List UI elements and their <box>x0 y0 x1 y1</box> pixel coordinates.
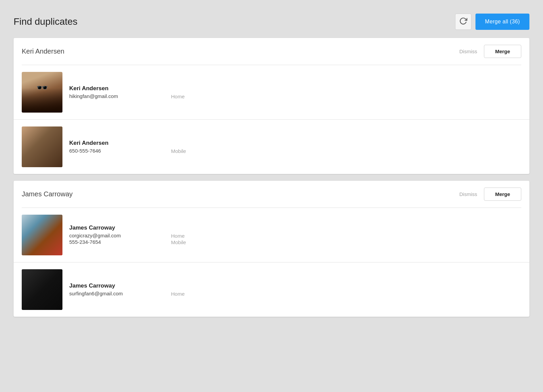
avatar <box>22 126 62 167</box>
contact-name: James Carroway <box>69 282 198 289</box>
contact-value: 650-555-7646 <box>69 148 151 154</box>
contact-info: James Carrowaycorgicrazy@gmail.comHome55… <box>69 224 521 246</box>
page-title: Find duplicates <box>14 16 77 27</box>
refresh-button[interactable] <box>455 14 471 30</box>
contact-info: James Carrowaysurfingfan6@gmail.comHome <box>69 282 521 297</box>
merge-button-james-carroway[interactable]: Merge <box>484 188 521 201</box>
card-header-keri-andersen: Keri AndersenDismissMerge <box>14 38 529 65</box>
contact-label: Mobile <box>171 148 198 154</box>
avatar <box>22 72 62 113</box>
contact-info: Keri Andersen650-555-7646Mobile <box>69 140 521 154</box>
contact-details: Keri Andersen650-555-7646Mobile <box>69 140 198 154</box>
contact-name: Keri Andersen <box>69 85 198 92</box>
contact-value: surfingfan6@gmail.com <box>69 291 151 296</box>
contact-line-row: 555-234-7654Mobile <box>69 239 198 246</box>
header-actions: Merge all (36) <box>455 14 529 30</box>
contact-line-row: surfingfan6@gmail.comHome <box>69 291 198 297</box>
cards-container: Keri AndersenDismissMergeKeri Andersenhi… <box>14 38 529 317</box>
avatar <box>22 269 62 310</box>
contact-row: James Carrowaysurfingfan6@gmail.comHome <box>14 262 529 317</box>
contact-name: James Carroway <box>69 224 198 231</box>
dismiss-button-james-carroway[interactable]: Dismiss <box>460 191 478 197</box>
contact-label: Home <box>171 94 198 99</box>
dismiss-button-keri-andersen[interactable]: Dismiss <box>460 48 478 54</box>
contact-label: Home <box>171 233 198 239</box>
card-actions-james-carroway: DismissMerge <box>460 188 522 201</box>
contact-line-row: 650-555-7646Mobile <box>69 148 198 154</box>
contact-line-row: hikingfan@gmail.comHome <box>69 93 198 100</box>
contact-line-row: corgicrazy@gmail.comHome <box>69 233 198 239</box>
contact-name: Keri Andersen <box>69 140 198 146</box>
contact-row: Keri Andersen650-555-7646Mobile <box>14 119 529 174</box>
contact-label: Mobile <box>171 239 198 245</box>
contact-row: Keri Andersenhikingfan@gmail.comHome <box>14 65 529 119</box>
merge-button-keri-andersen[interactable]: Merge <box>484 45 521 58</box>
contact-details: James Carrowaycorgicrazy@gmail.comHome55… <box>69 224 198 246</box>
refresh-icon <box>459 17 467 27</box>
contact-value: 555-234-7654 <box>69 239 151 245</box>
card-title-keri-andersen: Keri Andersen <box>22 47 64 55</box>
contact-details: Keri Andersenhikingfan@gmail.comHome <box>69 85 198 100</box>
avatar <box>22 215 62 255</box>
card-actions-keri-andersen: DismissMerge <box>460 45 522 58</box>
merge-all-button[interactable]: Merge all (36) <box>475 14 529 30</box>
contact-details: James Carrowaysurfingfan6@gmail.comHome <box>69 282 198 297</box>
card-header-james-carroway: James CarrowayDismissMerge <box>14 181 529 208</box>
card-keri-andersen: Keri AndersenDismissMergeKeri Andersenhi… <box>14 38 529 174</box>
contact-value: hikingfan@gmail.com <box>69 93 151 99</box>
contact-row: James Carrowaycorgicrazy@gmail.comHome55… <box>14 208 529 262</box>
contact-label: Home <box>171 291 198 297</box>
card-title-james-carroway: James Carroway <box>22 190 73 198</box>
card-james-carroway: James CarrowayDismissMergeJames Carroway… <box>14 181 529 317</box>
page-header: Find duplicates Merge all (36) <box>14 7 529 38</box>
contact-value: corgicrazy@gmail.com <box>69 233 151 238</box>
contact-info: Keri Andersenhikingfan@gmail.comHome <box>69 85 521 100</box>
